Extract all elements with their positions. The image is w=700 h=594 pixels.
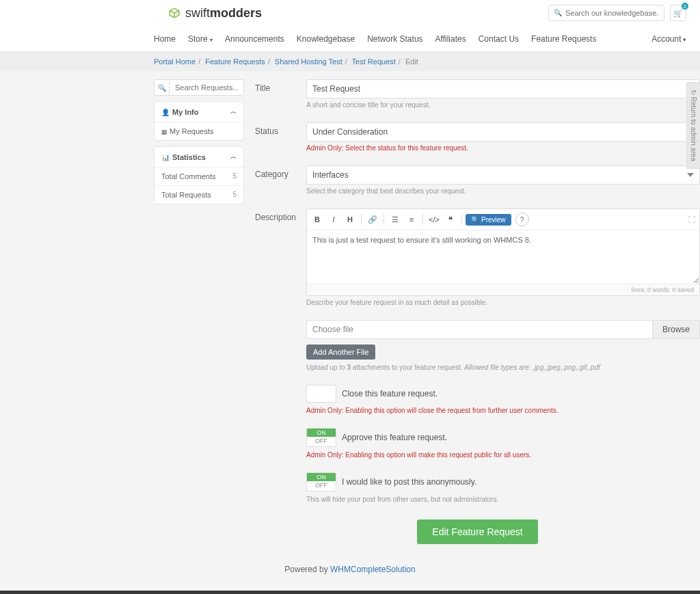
breadcrumb: Portal Home/ Feature Requests/ Shared Ho… (0, 52, 700, 71)
submit-button[interactable]: Edit Feature Request (417, 519, 537, 544)
close-toggle[interactable] (306, 385, 336, 403)
crumb-test[interactable]: Test Request (352, 57, 396, 66)
nav-kb[interactable]: Knowledgebase (297, 34, 355, 44)
sidebar-search-input[interactable] (169, 79, 244, 96)
quote-button[interactable]: ❝ (443, 212, 458, 227)
approve-toggle[interactable]: ON OFF (306, 428, 336, 447)
editor-status: lines: 0 words: 0 saved (307, 284, 699, 295)
code-button[interactable]: </> (427, 212, 442, 227)
browse-button[interactable]: Browse (652, 320, 700, 339)
powered-by: Powered by WHMCompleteSolution (0, 565, 700, 574)
category-label: Category (255, 165, 306, 195)
cart-button[interactable]: 🛒 0 (670, 5, 686, 21)
ol-button[interactable]: ≡ (404, 212, 419, 227)
preview-button[interactable]: 🔍Preview (466, 214, 511, 226)
nav-home[interactable]: Home (154, 34, 176, 44)
crumb-fr[interactable]: Feature Requests (205, 57, 265, 66)
heading-button[interactable]: H (342, 212, 358, 227)
chart-icon: 📊 (161, 154, 170, 161)
nav-contact[interactable]: Contact Us (479, 34, 519, 44)
anon-help: This will hide your post from other user… (306, 496, 700, 503)
chevron-up-icon: ︿ (230, 107, 237, 116)
close-admin-note: Admin Only: Enabling this option will cl… (306, 407, 700, 414)
title-label: Title (255, 79, 306, 109)
status-admin-note: Admin Only: Select the status for this f… (306, 144, 700, 152)
search-icon: 🔍 (554, 9, 562, 16)
description-label: Description (255, 208, 306, 306)
category-select[interactable]: Interfaces (306, 165, 700, 185)
description-editor: B I H 🔗 ☰ ≡ </> ❝ 🔍Preview ? (306, 208, 700, 296)
anon-toggle[interactable]: ON OFF (306, 472, 336, 491)
nav-affiliates[interactable]: Affiliates (435, 34, 466, 44)
sidebar-stat-requests: Total Requests5 (154, 186, 243, 204)
nav-announcements[interactable]: Announcements (225, 34, 284, 44)
description-help: Describe your feature request in as much… (306, 299, 700, 306)
crumb-home[interactable]: Portal Home (154, 57, 196, 66)
anon-toggle-label: I would like to post this anonymously. (342, 477, 476, 487)
user-icon: 👤 (161, 109, 170, 116)
status-select[interactable]: Under Consideration (306, 122, 700, 141)
status-label: Status (255, 122, 306, 152)
sidebar-stat-comments: Total Comments5 (154, 167, 243, 186)
title-help: A short and concise title for your reque… (306, 101, 700, 109)
crumb-current: Edit (405, 57, 418, 66)
nav-feature-requests[interactable]: Feature Requests (531, 34, 596, 44)
crumb-shared[interactable]: Shared Hosting Test (275, 57, 342, 66)
italic-button[interactable]: I (326, 212, 341, 227)
sidebar-search-icon[interactable]: 🔍 (154, 79, 169, 96)
logo-icon (167, 6, 181, 20)
link-button[interactable]: 🔗 (365, 212, 380, 227)
cart-badge: 0 (682, 3, 688, 10)
sidebar-stats-header[interactable]: 📊Statistics ︿ (154, 147, 243, 167)
sidebar-myinfo-header[interactable]: 👤My Info ︿ (154, 102, 243, 122)
approve-admin-note: Admin Only: Enabling this option will ma… (306, 451, 700, 459)
admin-return-tab[interactable]: ↻ Return to admin area (686, 82, 700, 169)
expand-button[interactable]: ⛶ (688, 215, 695, 224)
nav-network[interactable]: Network Status (367, 34, 422, 44)
search-input[interactable] (548, 5, 664, 21)
sidebar-my-requests[interactable]: ▦My Requests (154, 122, 243, 140)
nav-store[interactable]: Store ▾ (188, 34, 213, 44)
list-icon: ▦ (161, 129, 167, 135)
whmcs-link[interactable]: WHMCompleteSolution (330, 565, 416, 574)
category-help: Select the category that best describes … (306, 187, 700, 195)
upload-note: Upload up to 3 attachments to your featu… (306, 364, 700, 371)
add-file-button[interactable]: Add Another File (306, 345, 375, 360)
bold-button[interactable]: B (310, 212, 325, 227)
account-menu[interactable]: Account (651, 34, 686, 44)
close-toggle-label: Close this feature request. (342, 389, 438, 399)
sidebar-search: 🔍 (154, 79, 244, 96)
ul-button[interactable]: ☰ (388, 212, 403, 227)
global-search[interactable]: 🔍 (548, 5, 664, 21)
main-nav: Home Store ▾ Announcements Knowledgebase… (154, 34, 596, 44)
chevron-up-icon: ︿ (230, 152, 237, 161)
file-input[interactable]: Choose file (306, 320, 652, 339)
logo-text-light: swift (185, 6, 210, 21)
logo[interactable]: swiftmodders (167, 6, 262, 21)
approve-toggle-label: Approve this feature request. (342, 433, 447, 442)
cart-icon: 🛒 (673, 9, 683, 18)
search-icon: 🔍 (471, 216, 479, 224)
description-textarea[interactable]: This is just a test request to ensure it… (307, 230, 699, 284)
editor-help-button[interactable]: ? (515, 213, 529, 226)
title-input[interactable] (306, 79, 700, 98)
logo-text-bold: modders (210, 6, 262, 21)
